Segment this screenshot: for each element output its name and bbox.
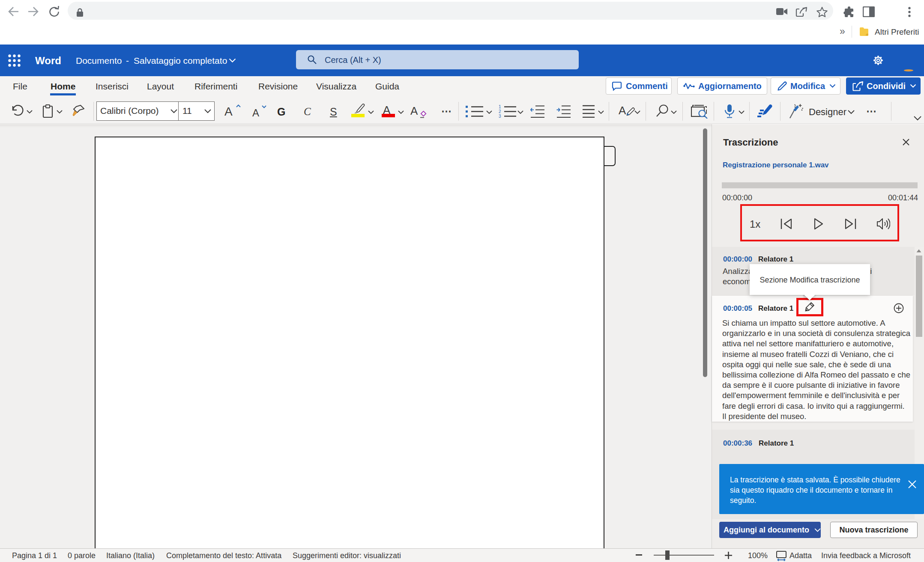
- svg-text:1: 1: [499, 104, 501, 109]
- svg-text:3: 3: [499, 114, 501, 118]
- svg-text:2: 2: [499, 109, 501, 114]
